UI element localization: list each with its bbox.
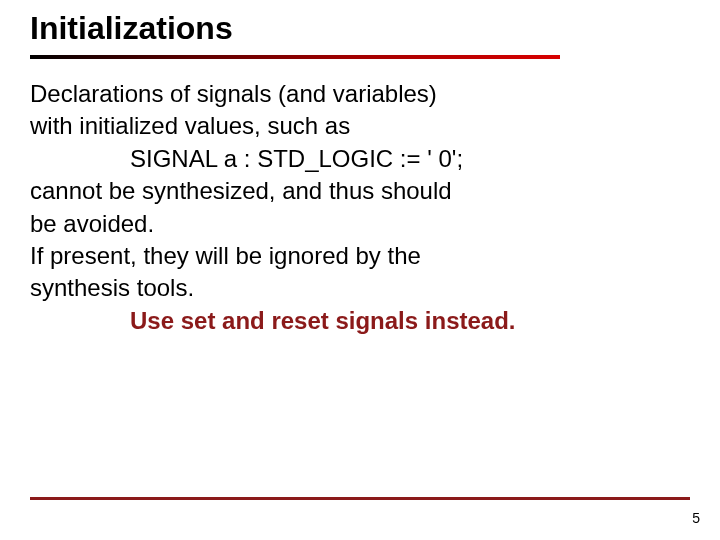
body-line-code: SIGNAL a : STD_LOGIC := ' 0'; [30,143,670,175]
body-line: Declarations of signals (and variables) [30,78,670,110]
body-line: If present, they will be ignored by the [30,240,670,272]
body-line: synthesis tools. [30,272,670,304]
body-line: with initialized values, such as [30,110,670,142]
body-line-emphasis: Use set and reset signals instead. [30,305,670,337]
bottom-divider [30,497,690,500]
title-divider [30,55,560,59]
slide-title: Initializations [30,10,233,47]
body-line: cannot be synthesized, and thus should [30,175,670,207]
slide-body: Declarations of signals (and variables) … [30,78,670,337]
page-number: 5 [692,510,700,526]
slide: Initializations Declarations of signals … [0,0,720,540]
body-line: be avoided. [30,208,670,240]
